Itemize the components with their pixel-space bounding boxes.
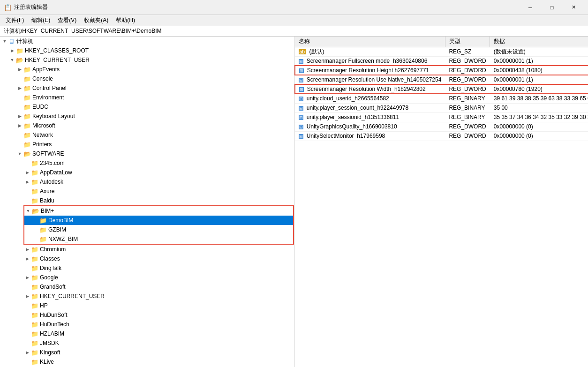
tree-label-huduntech: HuDunTech bbox=[40, 321, 69, 328]
tree-item-google[interactable]: ▶ 📁 Google bbox=[0, 273, 294, 282]
tree-label-google: Google bbox=[40, 274, 58, 281]
tree-item-computer[interactable]: ▼ 🖥 计算机 bbox=[0, 37, 294, 46]
tree-item-eudc[interactable]: 📁 EUDC bbox=[0, 102, 294, 112]
tree-panel: ▼ 🖥 计算机 ▶ 📁 HKEY_CLASSES_ROOT ▼ 📂 HKEY_C… bbox=[0, 37, 294, 367]
tree-item-klive[interactable]: 📁 KLive bbox=[0, 357, 294, 367]
tree-item-chromium[interactable]: ▶ 📁 Chromium bbox=[0, 245, 294, 254]
tree-item-demobim[interactable]: 📁 DemoBIM bbox=[24, 216, 293, 225]
tree-item-hkcu2[interactable]: ▶ 📁 HKEY_CURRENT_USER bbox=[0, 292, 294, 301]
tree-item-kingsoft[interactable]: ▶ 📁 Kingsoft bbox=[0, 348, 294, 357]
tree-item-appdatalow[interactable]: ▶ 📁 AppDataLow bbox=[0, 168, 294, 177]
tree-item-software[interactable]: ▼ 📂 SOFTWARE bbox=[0, 149, 294, 158]
cell-data: 0x00000001 (1) bbox=[490, 56, 588, 66]
tree-item-network[interactable]: 📁 Network bbox=[0, 130, 294, 140]
folder-icon-hp: 📁 bbox=[31, 302, 38, 309]
tree-item-gzbim[interactable]: 📁 GZBIM bbox=[24, 225, 293, 234]
folder-icon-environment: 📁 bbox=[23, 94, 31, 101]
table-row-resheight[interactable]: ⊞ Screenmanager Resolution Height h26276… bbox=[295, 66, 588, 75]
tree-label-2345: 2345.com bbox=[40, 160, 65, 166]
cell-type: REG_DWORD bbox=[445, 66, 490, 75]
expander-dingtalk bbox=[23, 264, 31, 272]
table-header-row: 名称 类型 数据 bbox=[295, 37, 588, 47]
menu-edit[interactable]: 编辑(E) bbox=[28, 15, 54, 25]
table-row[interactable]: ⊞ unity.cloud_userid_h2665564582 REG_BIN… bbox=[295, 94, 588, 103]
expander-printers bbox=[16, 141, 23, 148]
tree-item-jmsdk[interactable]: 📁 JMSDK bbox=[0, 338, 294, 348]
folder-icon-grandsoft: 📁 bbox=[31, 284, 38, 291]
window-controls: ─ □ ✕ bbox=[520, 0, 584, 15]
tree-item-axure[interactable]: 📁 Axure bbox=[0, 187, 294, 196]
menu-view[interactable]: 查看(V) bbox=[54, 15, 80, 25]
table-row[interactable]: ⊞ unity.player_sessionid_h1351336811 REG… bbox=[295, 112, 588, 122]
folder-icon-appevents: 📁 bbox=[23, 66, 31, 73]
tree-label-hzlabim: HZLABIM bbox=[40, 330, 64, 337]
close-button[interactable]: ✕ bbox=[563, 0, 584, 15]
expander-demobim bbox=[32, 217, 39, 224]
tree-label-dingtalk: DingTalk bbox=[40, 265, 61, 271]
tree-item-controlpanel[interactable]: ▶ 📁 Control Panel bbox=[0, 83, 294, 93]
tree-label-grandsoft: GrandSoft bbox=[40, 284, 66, 290]
menu-help[interactable]: 帮助(H) bbox=[112, 15, 139, 25]
tree-label-hkcr: HKEY_CLASSES_ROOT bbox=[25, 47, 89, 54]
cell-data: 0x00000000 (0) bbox=[490, 122, 588, 131]
tree-item-console[interactable]: 📁 Console bbox=[0, 74, 294, 83]
tree-item-hkcu[interactable]: ▼ 📂 HKEY_CURRENT_USER bbox=[0, 55, 294, 65]
expander-microsoft: ▶ bbox=[16, 122, 23, 129]
tree-label-hp: HP bbox=[40, 302, 48, 309]
expander-hkcr: ▶ bbox=[8, 47, 16, 54]
tree-item-keyboardlayout[interactable]: ▶ 📁 Keyboard Layout bbox=[0, 112, 294, 121]
folder-icon-klive: 📁 bbox=[31, 359, 38, 366]
tree-label-network: Network bbox=[32, 132, 53, 138]
tree-label-computer: 计算机 bbox=[16, 37, 33, 45]
tree-item-hzlabim[interactable]: 📁 HZLABIM bbox=[0, 329, 294, 338]
table-row[interactable]: ⊞ UnitySelectMonitor_h17969598 REG_DWORD… bbox=[295, 131, 588, 141]
minimize-button[interactable]: ─ bbox=[520, 0, 541, 15]
cell-type: REG_DWORD bbox=[445, 56, 490, 66]
tree-item-grandsoft[interactable]: 📁 GrandSoft bbox=[0, 282, 294, 292]
tree-item-hp[interactable]: 📁 HP bbox=[0, 301, 294, 310]
tree-label-jmsdk: JMSDK bbox=[40, 340, 59, 346]
tree-item-hudunsoft[interactable]: 📁 HuDunSoft bbox=[0, 310, 294, 320]
table-row[interactable]: ab (默认) REG_SZ (数值未设置) bbox=[295, 47, 588, 56]
table-row[interactable]: ⊞ UnityGraphicsQuality_h1669003810 REG_D… bbox=[295, 122, 588, 131]
folder-icon-autodesk: 📁 bbox=[31, 179, 38, 186]
tree-item-printers[interactable]: 📁 Printers bbox=[0, 140, 294, 149]
cell-name: ⊞ Screenmanager Fullscreen mode_h3630240… bbox=[295, 56, 445, 66]
tree-label-baidu: Baidu bbox=[40, 197, 54, 204]
address-path: 计算机\HKEY_CURRENT_USER\SOFTWARE\BIM+\Demo… bbox=[4, 27, 162, 35]
cell-name: ⊞ unity.player_session_count_h922449978 bbox=[295, 103, 445, 112]
folder-icon-gzbim: 📁 bbox=[39, 226, 47, 233]
cell-data: 35 00 bbox=[490, 103, 588, 112]
computer-icon: 🖥 bbox=[8, 37, 15, 45]
tree-item-appevents[interactable]: ▶ 📁 AppEvents bbox=[0, 65, 294, 74]
table-row[interactable]: ⊞ unity.player_session_count_h922449978 … bbox=[295, 103, 588, 112]
menu-favorites[interactable]: 收藏夹(A) bbox=[80, 15, 112, 25]
menu-file[interactable]: 文件(F) bbox=[2, 15, 28, 25]
table-row[interactable]: ⊞ Screenmanager Fullscreen mode_h3630240… bbox=[295, 56, 588, 66]
tree-item-microsoft[interactable]: ▶ 📁 Microsoft bbox=[0, 121, 294, 130]
tree-item-bimplus[interactable]: ▼ 📂 BIM+ bbox=[24, 206, 293, 216]
tree-item-2345[interactable]: 📁 2345.com bbox=[0, 158, 294, 168]
folder-icon-hkcr: 📁 bbox=[16, 47, 23, 54]
table-row-reswidth[interactable]: ⊞ Screenmanager Resolution Width_h182942… bbox=[295, 84, 588, 94]
folder-icon-nxwzbim: 📁 bbox=[39, 236, 47, 243]
tree-label-hkcu: HKEY_CURRENT_USER bbox=[25, 57, 90, 63]
expander-software: ▼ bbox=[16, 150, 23, 157]
tree-item-classes[interactable]: ▶ 📁 Classes bbox=[0, 254, 294, 263]
tree-item-huduntech[interactable]: 📁 HuDunTech bbox=[0, 320, 294, 329]
folder-icon-hkcu2: 📁 bbox=[31, 293, 38, 300]
tree-item-nxwzbim[interactable]: 📁 NXWZ_BIM bbox=[24, 234, 293, 244]
tree-item-baidu[interactable]: 📁 Baidu bbox=[0, 196, 294, 205]
cell-type: REG_DWORD bbox=[445, 131, 490, 141]
table-row[interactable]: ⊞ Screenmanager Resolution Use Native_h1… bbox=[295, 75, 588, 84]
maximize-button[interactable]: □ bbox=[541, 0, 563, 15]
expander-hkcu: ▼ bbox=[8, 56, 16, 64]
expander-network bbox=[16, 131, 23, 139]
tree-item-dingtalk[interactable]: 📁 DingTalk bbox=[0, 263, 294, 273]
tree-item-environment[interactable]: 📁 Environment bbox=[0, 93, 294, 102]
tree-item-autodesk[interactable]: ▶ 📁 Autodesk bbox=[0, 177, 294, 187]
tree-item-hkcr[interactable]: ▶ 📁 HKEY_CLASSES_ROOT bbox=[0, 46, 294, 55]
expander-console bbox=[16, 75, 23, 82]
cell-data: 0x00000780 (1920) bbox=[490, 84, 588, 94]
tree-label-microsoft: Microsoft bbox=[32, 122, 55, 129]
